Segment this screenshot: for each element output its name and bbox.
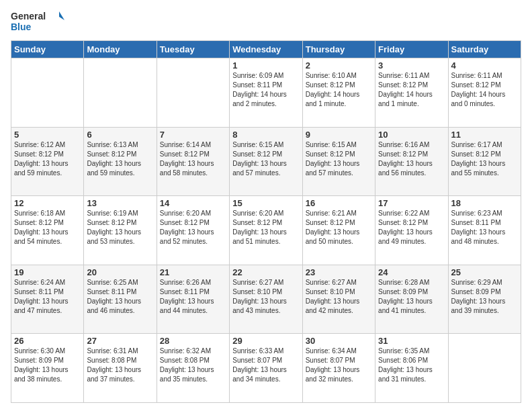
calendar-cell: 26Sunrise: 6:30 AM Sunset: 8:09 PM Dayli… [11, 334, 84, 403]
day-number: 13 [87, 198, 153, 208]
day-info: Sunrise: 6:23 AM Sunset: 8:11 PM Dayligh… [451, 209, 518, 246]
day-info: Sunrise: 6:28 AM Sunset: 8:09 PM Dayligh… [378, 278, 445, 316]
day-number: 18 [451, 198, 518, 208]
calendar-day-header: Monday [84, 41, 157, 58]
day-info: Sunrise: 6:30 AM Sunset: 8:09 PM Dayligh… [14, 347, 81, 384]
calendar-week-row: 1Sunrise: 6:09 AM Sunset: 8:11 PM Daylig… [11, 58, 521, 128]
day-info: Sunrise: 6:13 AM Sunset: 8:12 PM Dayligh… [87, 140, 153, 178]
calendar-cell: 24Sunrise: 6:28 AM Sunset: 8:09 PM Dayli… [375, 265, 448, 334]
calendar-cell: 9Sunrise: 6:15 AM Sunset: 8:12 PM Daylig… [302, 127, 375, 196]
day-info: Sunrise: 6:32 AM Sunset: 8:08 PM Dayligh… [160, 347, 226, 384]
calendar-cell: 20Sunrise: 6:25 AM Sunset: 8:11 PM Dayli… [84, 265, 157, 334]
calendar-cell: 23Sunrise: 6:27 AM Sunset: 8:10 PM Dayli… [302, 265, 375, 334]
calendar-cell: 12Sunrise: 6:18 AM Sunset: 8:12 PM Dayli… [11, 196, 84, 265]
day-info: Sunrise: 6:11 AM Sunset: 8:12 PM Dayligh… [451, 71, 518, 109]
day-info: Sunrise: 6:33 AM Sunset: 8:07 PM Dayligh… [232, 347, 299, 384]
day-number: 25 [451, 267, 518, 277]
calendar-cell: 7Sunrise: 6:14 AM Sunset: 8:12 PM Daylig… [157, 127, 229, 196]
calendar-cell: 14Sunrise: 6:20 AM Sunset: 8:12 PM Dayli… [157, 196, 229, 265]
calendar-cell [448, 334, 521, 403]
day-number: 24 [378, 267, 445, 277]
calendar-cell: 3Sunrise: 6:11 AM Sunset: 8:12 PM Daylig… [375, 58, 448, 128]
day-info: Sunrise: 6:34 AM Sunset: 8:07 PM Dayligh… [306, 347, 372, 384]
calendar-cell [11, 58, 84, 128]
day-number: 31 [378, 336, 445, 346]
calendar-day-header: Thursday [302, 41, 375, 58]
day-number: 12 [14, 198, 81, 208]
day-info: Sunrise: 6:10 AM Sunset: 8:12 PM Dayligh… [306, 71, 372, 109]
calendar-day-header: Wednesday [230, 41, 302, 58]
calendar-day-header: Tuesday [157, 41, 229, 58]
day-number: 1 [232, 60, 299, 71]
calendar-cell [157, 58, 229, 128]
day-info: Sunrise: 6:15 AM Sunset: 8:12 PM Dayligh… [232, 140, 299, 178]
day-info: Sunrise: 6:17 AM Sunset: 8:12 PM Dayligh… [451, 140, 518, 178]
calendar-cell: 25Sunrise: 6:29 AM Sunset: 8:09 PM Dayli… [448, 265, 521, 334]
day-number: 9 [306, 130, 372, 140]
svg-marker-2 [59, 11, 64, 20]
calendar-day-header: Saturday [448, 41, 521, 58]
day-number: 30 [306, 336, 372, 346]
day-info: Sunrise: 6:20 AM Sunset: 8:12 PM Dayligh… [160, 209, 226, 246]
calendar-week-row: 19Sunrise: 6:24 AM Sunset: 8:11 PM Dayli… [11, 265, 521, 334]
calendar-cell: 19Sunrise: 6:24 AM Sunset: 8:11 PM Dayli… [11, 265, 84, 334]
calendar-week-row: 12Sunrise: 6:18 AM Sunset: 8:12 PM Dayli… [11, 196, 521, 265]
day-number: 17 [378, 198, 445, 208]
svg-text:General: General [11, 11, 46, 21]
calendar-cell: 4Sunrise: 6:11 AM Sunset: 8:12 PM Daylig… [448, 58, 521, 128]
calendar-table: SundayMondayTuesdayWednesdayThursdayFrid… [11, 40, 521, 403]
day-info: Sunrise: 6:24 AM Sunset: 8:11 PM Dayligh… [14, 278, 81, 316]
calendar-cell: 13Sunrise: 6:19 AM Sunset: 8:12 PM Dayli… [84, 196, 157, 265]
logo: General Blue [11, 8, 64, 35]
svg-text:Blue: Blue [11, 21, 32, 32]
calendar-cell: 2Sunrise: 6:10 AM Sunset: 8:12 PM Daylig… [302, 58, 375, 128]
calendar-cell: 27Sunrise: 6:31 AM Sunset: 8:08 PM Dayli… [84, 334, 157, 403]
day-number: 10 [378, 130, 445, 140]
day-number: 27 [87, 336, 153, 346]
day-number: 28 [160, 336, 226, 346]
day-info: Sunrise: 6:22 AM Sunset: 8:12 PM Dayligh… [378, 209, 445, 246]
day-number: 4 [451, 60, 518, 71]
calendar-cell: 15Sunrise: 6:20 AM Sunset: 8:12 PM Dayli… [230, 196, 302, 265]
day-info: Sunrise: 6:31 AM Sunset: 8:08 PM Dayligh… [87, 347, 153, 384]
calendar-cell: 21Sunrise: 6:26 AM Sunset: 8:11 PM Dayli… [157, 265, 229, 334]
day-number: 20 [87, 267, 153, 277]
day-number: 29 [232, 336, 299, 346]
calendar-cell: 31Sunrise: 6:35 AM Sunset: 8:06 PM Dayli… [375, 334, 448, 403]
calendar-cell: 10Sunrise: 6:16 AM Sunset: 8:12 PM Dayli… [375, 127, 448, 196]
day-info: Sunrise: 6:12 AM Sunset: 8:12 PM Dayligh… [14, 140, 81, 178]
day-info: Sunrise: 6:21 AM Sunset: 8:12 PM Dayligh… [306, 209, 372, 246]
calendar-cell: 28Sunrise: 6:32 AM Sunset: 8:08 PM Dayli… [157, 334, 229, 403]
calendar-cell: 8Sunrise: 6:15 AM Sunset: 8:12 PM Daylig… [230, 127, 302, 196]
day-number: 21 [160, 267, 226, 277]
day-number: 26 [14, 336, 81, 346]
day-number: 16 [306, 198, 372, 208]
calendar-cell: 30Sunrise: 6:34 AM Sunset: 8:07 PM Dayli… [302, 334, 375, 403]
day-info: Sunrise: 6:20 AM Sunset: 8:12 PM Dayligh… [232, 209, 299, 246]
day-info: Sunrise: 6:27 AM Sunset: 8:10 PM Dayligh… [232, 278, 299, 316]
day-info: Sunrise: 6:29 AM Sunset: 8:09 PM Dayligh… [451, 278, 518, 316]
day-info: Sunrise: 6:18 AM Sunset: 8:12 PM Dayligh… [14, 209, 81, 246]
calendar-cell: 1Sunrise: 6:09 AM Sunset: 8:11 PM Daylig… [230, 58, 302, 128]
day-info: Sunrise: 6:26 AM Sunset: 8:11 PM Dayligh… [160, 278, 226, 316]
day-number: 2 [306, 60, 372, 71]
day-number: 19 [14, 267, 81, 277]
day-number: 7 [160, 130, 226, 140]
calendar-cell: 29Sunrise: 6:33 AM Sunset: 8:07 PM Dayli… [230, 334, 302, 403]
day-info: Sunrise: 6:09 AM Sunset: 8:11 PM Dayligh… [232, 71, 299, 109]
day-info: Sunrise: 6:27 AM Sunset: 8:10 PM Dayligh… [306, 278, 372, 316]
calendar-day-header: Sunday [11, 41, 84, 58]
page: General Blue SundayMondayTuesdayWednesda… [0, 0, 532, 411]
day-number: 6 [87, 130, 153, 140]
day-number: 8 [232, 130, 299, 140]
calendar-cell: 17Sunrise: 6:22 AM Sunset: 8:12 PM Dayli… [375, 196, 448, 265]
day-number: 14 [160, 198, 226, 208]
day-info: Sunrise: 6:35 AM Sunset: 8:06 PM Dayligh… [378, 347, 445, 384]
day-number: 15 [232, 198, 299, 208]
day-number: 5 [14, 130, 81, 140]
day-info: Sunrise: 6:15 AM Sunset: 8:12 PM Dayligh… [306, 140, 372, 178]
day-number: 23 [306, 267, 372, 277]
calendar-header-row: SundayMondayTuesdayWednesdayThursdayFrid… [11, 41, 521, 58]
calendar-cell: 22Sunrise: 6:27 AM Sunset: 8:10 PM Dayli… [230, 265, 302, 334]
calendar-cell: 5Sunrise: 6:12 AM Sunset: 8:12 PM Daylig… [11, 127, 84, 196]
